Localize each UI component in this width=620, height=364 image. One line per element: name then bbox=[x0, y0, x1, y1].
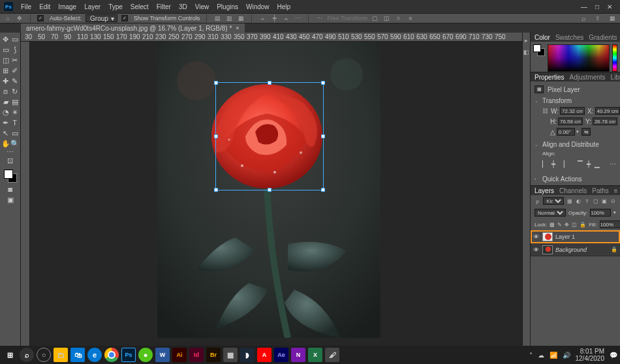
crop-tool-icon[interactable]: ✂ bbox=[10, 55, 20, 65]
align-bottom-icon[interactable]: ⫠ bbox=[282, 14, 290, 22]
dodge-tool-icon[interactable]: ☀ bbox=[10, 107, 20, 117]
search-icon[interactable]: ⌕ bbox=[580, 14, 587, 22]
pen-tool-icon[interactable]: ✒ bbox=[1, 117, 10, 128]
handle-ml[interactable] bbox=[214, 134, 218, 138]
artboard-tool-icon[interactable]: ▭ bbox=[10, 34, 20, 44]
edge-icon[interactable]: e bbox=[87, 348, 102, 362]
onedrive-icon[interactable]: ☁ bbox=[538, 352, 544, 359]
acrobat-icon[interactable]: A bbox=[257, 348, 271, 362]
healing-tool-icon[interactable]: ✚ bbox=[1, 76, 10, 86]
start-button[interactable]: ⊞ bbox=[3, 348, 17, 362]
angle-input[interactable] bbox=[557, 128, 575, 136]
cortana-icon[interactable]: ○ bbox=[37, 348, 51, 362]
align-left-icon[interactable]: ▤ bbox=[213, 14, 221, 22]
layer-row-layer1[interactable]: 👁 Layer 1 bbox=[531, 230, 620, 243]
warp-icon[interactable]: ⌗ bbox=[395, 14, 403, 22]
hue-bar[interactable] bbox=[612, 44, 617, 72]
align-center-h-icon[interactable]: ▥ bbox=[225, 14, 233, 22]
frame-tool-icon[interactable]: ⊞ bbox=[1, 65, 10, 76]
eyedropper-tool-icon[interactable]: ✐ bbox=[10, 65, 20, 76]
chrome-icon[interactable] bbox=[104, 348, 119, 362]
align-left-prop-icon[interactable]: ▏ bbox=[542, 160, 548, 168]
menu-help[interactable]: Help bbox=[273, 3, 295, 10]
canvas[interactable] bbox=[30, 42, 522, 350]
quick-actions-toggle[interactable]: › bbox=[535, 177, 540, 181]
brush-tool-icon[interactable]: ✎ bbox=[10, 76, 20, 86]
auto-select-dropdown[interactable]: Group▾ bbox=[85, 14, 117, 22]
flip-icon[interactable]: ⇋ bbox=[581, 128, 591, 136]
height-input[interactable] bbox=[558, 117, 583, 125]
menu-select[interactable]: Select bbox=[127, 3, 153, 10]
handle-tm[interactable] bbox=[268, 81, 271, 85]
notification-icon[interactable]: 💬 bbox=[610, 352, 617, 359]
close-button[interactable]: ✕ bbox=[607, 3, 612, 10]
transform-section-toggle[interactable]: ⌄ bbox=[535, 99, 540, 104]
indesign-icon[interactable]: Id bbox=[189, 348, 204, 362]
edit-toolbar-icon[interactable]: ⊡ bbox=[1, 155, 20, 166]
lock-pixels-icon[interactable]: ✎ bbox=[557, 220, 562, 228]
align-hcenter-prop-icon[interactable]: ┿ bbox=[551, 160, 555, 168]
document-tab[interactable]: amero-fahmy-gcWd0ts4RCo-unsplash.jpg @ 1… bbox=[21, 23, 245, 33]
more-options-icon[interactable]: ⋯ bbox=[315, 14, 323, 22]
align-middle-icon[interactable]: ┿ bbox=[270, 14, 278, 22]
layer-row-background[interactable]: 👁 Background 🔒 bbox=[531, 243, 620, 256]
distribute-h-icon[interactable]: ⋯ bbox=[294, 14, 302, 22]
menu-3d[interactable]: 3D bbox=[175, 3, 191, 10]
selection-tool-icon[interactable]: ◫ bbox=[1, 55, 10, 65]
app-green-icon[interactable]: ● bbox=[138, 348, 153, 362]
handle-bm[interactable] bbox=[268, 188, 271, 192]
panel-color-swatch[interactable] bbox=[533, 44, 545, 56]
layer-filter-dropdown[interactable]: Kind bbox=[543, 197, 564, 205]
visibility-toggle-background[interactable]: 👁 bbox=[533, 247, 540, 253]
store-icon[interactable]: 🛍 bbox=[70, 348, 85, 362]
marquee-tool-icon[interactable]: ▭ bbox=[1, 44, 10, 55]
maximize-button[interactable]: □ bbox=[595, 3, 599, 10]
path-tool-icon[interactable]: ↖ bbox=[1, 128, 10, 138]
file-explorer-icon[interactable]: 🗀 bbox=[54, 348, 68, 362]
wifi-icon[interactable]: 📶 bbox=[550, 352, 557, 359]
handle-bl[interactable] bbox=[214, 188, 218, 192]
layer-name-background[interactable]: Background bbox=[555, 247, 608, 253]
extra-icon[interactable]: ≡ bbox=[407, 14, 414, 22]
fill-input[interactable] bbox=[600, 220, 620, 228]
lock-position-icon[interactable]: ✥ bbox=[565, 220, 569, 228]
x-input[interactable] bbox=[595, 107, 620, 115]
menu-file[interactable]: File bbox=[17, 3, 35, 10]
tab-paths[interactable]: Paths bbox=[592, 187, 609, 194]
type-tool-icon[interactable]: T bbox=[10, 117, 20, 128]
lasso-tool-icon[interactable]: ⟆ bbox=[10, 44, 20, 55]
filter-adjust-icon[interactable]: ◐ bbox=[576, 197, 581, 205]
layer-thumbnail-layer1[interactable] bbox=[542, 232, 553, 241]
lock-transparent-icon[interactable]: ▩ bbox=[550, 220, 555, 228]
close-tab-icon[interactable]: × bbox=[236, 25, 239, 31]
collapsed-panel-icon-2[interactable]: ◧ bbox=[523, 48, 531, 56]
y-input[interactable] bbox=[593, 117, 617, 125]
tray-chevron-icon[interactable]: ˄ bbox=[529, 352, 533, 359]
handle-mr[interactable] bbox=[321, 134, 325, 138]
menu-type[interactable]: Type bbox=[104, 3, 127, 10]
layer-thumbnail-background[interactable] bbox=[542, 245, 553, 254]
bridge-icon[interactable]: Br bbox=[206, 348, 221, 362]
transform-mode-icon[interactable]: ▢ bbox=[371, 14, 379, 22]
shape-tool-icon[interactable]: ▭ bbox=[10, 128, 20, 138]
taskbar-clock[interactable]: 8:01 PM 12/4/2020 bbox=[576, 348, 605, 362]
blend-mode-dropdown[interactable]: Normal bbox=[535, 209, 566, 217]
align-vcenter-prop-icon[interactable]: ┿ bbox=[587, 160, 591, 168]
filter-pixel-icon[interactable]: ▦ bbox=[566, 197, 572, 205]
quick-mask-icon[interactable]: ◙ bbox=[1, 184, 20, 194]
tab-color[interactable]: Color bbox=[535, 34, 550, 41]
menu-edit[interactable]: Edit bbox=[35, 3, 54, 10]
filter-type-icon[interactable]: T bbox=[584, 197, 590, 205]
eraser-tool-icon[interactable]: ▰ bbox=[1, 97, 10, 107]
filter-shape-icon[interactable]: ▢ bbox=[593, 197, 598, 205]
transform-bounding-box[interactable] bbox=[215, 82, 324, 190]
menu-filter[interactable]: Filter bbox=[153, 3, 175, 10]
tab-properties[interactable]: Properties bbox=[535, 74, 565, 81]
taskbar-search-icon[interactable]: ⌕ bbox=[20, 348, 34, 362]
menu-window[interactable]: Window bbox=[242, 3, 273, 10]
menu-plugins[interactable]: Plugins bbox=[213, 3, 242, 10]
steam-icon[interactable]: ◗ bbox=[240, 348, 255, 362]
stamp-tool-icon[interactable]: ⧈ bbox=[1, 86, 10, 97]
share-icon[interactable]: ⇪ bbox=[594, 14, 602, 22]
task-icon-1[interactable]: ▦ bbox=[223, 348, 238, 362]
